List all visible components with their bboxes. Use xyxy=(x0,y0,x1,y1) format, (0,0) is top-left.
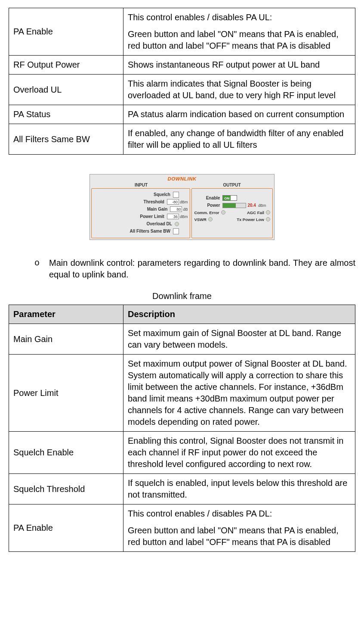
power-label: Power xyxy=(194,203,222,208)
table-row: Squelch EnableEnabling this control, Sig… xyxy=(9,432,355,474)
param-cell: Main Gain xyxy=(9,324,123,355)
param-cell: PA Status xyxy=(9,105,123,124)
power-limit-unit: dBm xyxy=(180,215,188,219)
threshold-label: Threshold xyxy=(94,199,167,204)
threshold-input[interactable]: -80 xyxy=(167,199,179,205)
table-row: RF Output PowerShows instantaneous RF ou… xyxy=(9,56,355,75)
table-row: PA EnableThis control enables / disables… xyxy=(9,8,355,56)
main-gain-label: Main Gain xyxy=(94,207,170,212)
th-parameter: Parameter xyxy=(9,305,123,324)
th-description: Description xyxy=(123,305,355,324)
downlink-screenshot: DOWNLINK INPUT OUTPUT Squelch dBm Thresh… xyxy=(89,174,275,240)
overload-dl-label: Overload DL xyxy=(94,221,175,226)
bullet-text: Main downlink control: parameters regard… xyxy=(49,257,355,280)
tx-power-low-led xyxy=(266,217,270,221)
desc-cell: If squelch is enabled, input levels belo… xyxy=(123,474,355,504)
table-row: Overload ULThis alarm indicates that Sig… xyxy=(9,75,355,105)
vswr-led xyxy=(208,217,213,221)
desc-cell: Set maximum gain of Signal Booster at DL… xyxy=(123,324,355,355)
bullet-marker: o xyxy=(34,257,49,280)
desc-cell: This alarm indicates that Signal Booster… xyxy=(123,75,355,105)
agc-fail-label: AGC Fail xyxy=(247,210,264,215)
desc-cell: Shows instantaneous RF output power at U… xyxy=(123,56,355,75)
desc-cell: PA status alarm indication based on curr… xyxy=(123,105,355,124)
power-bar xyxy=(222,203,246,208)
param-cell: Squelch Enable xyxy=(9,432,123,474)
param-cell: PA Enable xyxy=(9,504,123,552)
table-row: PA StatusPA status alarm indication base… xyxy=(9,105,355,124)
io-labels: INPUT OUTPUT xyxy=(91,183,273,187)
uplink-params-table: PA EnableThis control enables / disables… xyxy=(9,8,355,155)
comm-error-led xyxy=(221,210,225,215)
param-cell: All Filters Same BW xyxy=(9,124,123,155)
param-cell: RF Output Power xyxy=(9,56,123,75)
comm-error-label: Comm. Error xyxy=(194,210,219,215)
param-cell: PA Enable xyxy=(9,8,123,56)
output-panel: Enable ON Power 20.4 dBm Comm. Error AGC… xyxy=(191,188,273,238)
param-cell: Power Limit xyxy=(9,355,123,432)
agc-fail-led xyxy=(266,210,270,215)
table-row: Squelch ThresholdIf squelch is enabled, … xyxy=(9,474,355,504)
desc-cell: Set maximum output power of Signal Boost… xyxy=(123,355,355,432)
table-row: Main GainSet maximum gain of Signal Boos… xyxy=(9,324,355,355)
screenshot-title: DOWNLINK xyxy=(91,176,273,183)
squelch-checkbox[interactable] xyxy=(173,192,179,198)
power-value: 20.4 xyxy=(247,203,256,208)
main-gain-input[interactable]: 80 xyxy=(170,206,182,212)
power-limit-label: Power Limit xyxy=(94,214,167,219)
desc-cell: This control enables / disables PA UL:Gr… xyxy=(123,8,355,56)
enable-toggle[interactable]: ON xyxy=(222,195,237,201)
desc-cell: If enabled, any change of bandwidth filt… xyxy=(123,124,355,155)
squelch-label: Squelch xyxy=(94,192,173,197)
main-gain-unit: dB xyxy=(183,207,188,212)
downlink-params-table: Parameter Description Main GainSet maxim… xyxy=(9,305,355,552)
param-cell: Overload UL xyxy=(9,75,123,105)
all-filters-checkbox[interactable] xyxy=(173,228,179,234)
desc-cell: Enabling this control, Signal Booster do… xyxy=(123,432,355,474)
bullet-item: o Main downlink control: parameters rega… xyxy=(34,257,355,280)
input-panel: Squelch dBm Threshold -80 dBm Main Gain … xyxy=(91,188,190,238)
param-cell: Squelch Threshold xyxy=(9,474,123,504)
enable-state: ON xyxy=(223,196,231,200)
table-row: PA EnableThis control enables / disables… xyxy=(9,504,355,552)
input-heading: INPUT xyxy=(91,183,191,187)
overload-dl-led xyxy=(175,222,179,226)
enable-label: Enable xyxy=(194,196,222,200)
threshold-unit: dBm xyxy=(180,200,188,204)
power-unit: dBm xyxy=(258,203,266,208)
power-limit-input[interactable]: 36 xyxy=(167,214,179,219)
downlink-screenshot-wrap: DOWNLINK INPUT OUTPUT Squelch dBm Thresh… xyxy=(9,174,355,240)
desc-cell: This control enables / disables PA DL:Gr… xyxy=(123,504,355,552)
vswr-label: VSWR xyxy=(194,217,207,222)
downlink-frame-caption: Downlink frame xyxy=(9,291,355,301)
table-row: All Filters Same BWIf enabled, any chang… xyxy=(9,124,355,155)
output-heading: OUTPUT xyxy=(191,183,273,187)
table-row: Power LimitSet maximum output power of S… xyxy=(9,355,355,432)
all-filters-label: All Filters Same BW xyxy=(94,229,173,233)
tx-power-low-label: Tx Power Low xyxy=(237,217,264,222)
